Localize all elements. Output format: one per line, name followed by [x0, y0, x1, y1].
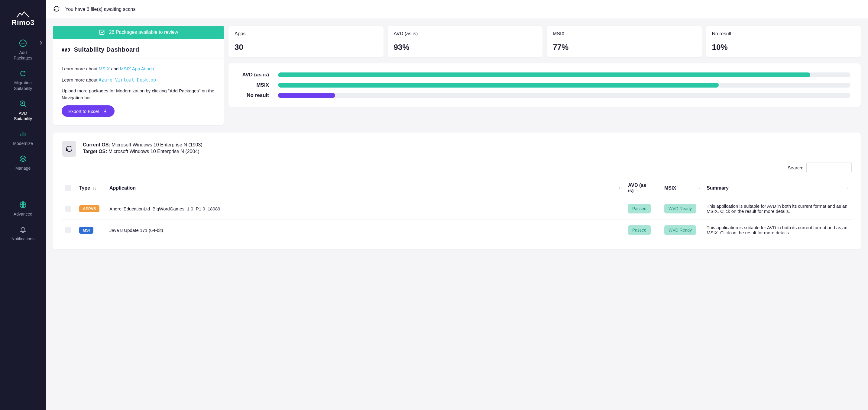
globe-icon	[19, 201, 27, 209]
sort-icon[interactable]: ↑↓	[636, 189, 640, 193]
notice-bar: You have 6 file(s) awaiting scans	[46, 0, 868, 19]
search-input[interactable]	[806, 162, 852, 173]
avd-badge[interactable]: Passed	[628, 204, 651, 213]
search-plus-icon	[19, 100, 27, 108]
stat-card: MSIX77%	[547, 26, 702, 57]
bar-fill	[278, 93, 335, 98]
row-checkbox[interactable]	[65, 227, 71, 233]
stat-label: Apps	[235, 31, 377, 37]
type-pill: MSI	[79, 227, 93, 234]
notice-text: You have 6 file(s) awaiting scans	[65, 7, 135, 12]
logo-mountain-icon	[16, 10, 30, 19]
stat-card: AVD (as is)93%	[388, 26, 543, 57]
stat-value: 10%	[712, 42, 855, 52]
app-name: Java 8 Update 171 (64-bit)	[106, 219, 625, 241]
stat-value: 93%	[394, 42, 537, 52]
azure-link[interactable]: Azure Virtual Desktop	[99, 77, 156, 83]
export-excel-button[interactable]: Export to Excel	[62, 105, 115, 117]
download-icon	[102, 108, 108, 114]
checkbox-icon	[99, 29, 105, 36]
nav-avd-suitability[interactable]: AVD Suitability	[0, 100, 46, 122]
search-label: Search:	[787, 165, 803, 170]
th-application: Application	[110, 185, 136, 191]
sidebar: Rimo3 Add Packages Migration Suitability	[0, 0, 46, 410]
nav-migration-suitability[interactable]: Migration Suitability	[0, 69, 46, 91]
stat-label: AVD (as is)	[394, 31, 537, 37]
stat-value: 77%	[553, 42, 696, 52]
nav-manage[interactable]: Manage	[0, 155, 46, 171]
sort-icon[interactable]: ↑↓	[697, 185, 701, 190]
svg-rect-3	[99, 30, 104, 35]
sort-icon[interactable]: ↑↓	[845, 185, 849, 190]
refresh-button[interactable]	[53, 5, 60, 13]
stat-cards: Apps30AVD (as is)93%MSIX77%No result10%	[228, 26, 861, 57]
stat-value: 30	[235, 42, 377, 52]
nav-notifications[interactable]: Notifications	[0, 225, 46, 242]
sort-icon[interactable]: ↑↓	[92, 186, 96, 191]
bars-card: AVD (as is)MSIXNo result	[228, 63, 861, 107]
os-info: Current OS: Microsoft Windows 10 Enterpr…	[83, 142, 203, 156]
msix-app-attach-link[interactable]: MSIX App Attach	[120, 66, 154, 71]
bar-label: No result	[239, 92, 269, 98]
msix-link[interactable]: MSIX	[99, 66, 110, 71]
bar-row: MSIX	[239, 82, 850, 88]
summary-text: This application is suitable for AVD in …	[704, 198, 852, 219]
table-panel: Current OS: Microsoft Windows 10 Enterpr…	[53, 133, 861, 249]
th-type: Type	[79, 185, 90, 191]
table-row: APPV5AndrellEducationLtd_BigWordGames_1.…	[62, 198, 852, 219]
row-checkbox[interactable]	[65, 206, 71, 212]
nav-add-packages[interactable]: Add Packages	[0, 39, 46, 61]
plus-circle-icon	[19, 39, 27, 47]
sort-icon[interactable]: ↑↓	[618, 185, 622, 190]
os-refresh-button[interactable]	[62, 141, 76, 157]
bar-track	[278, 83, 850, 88]
bell-icon	[19, 225, 27, 234]
review-banner-text: 26 Packages available to review	[109, 30, 178, 35]
bar-fill	[278, 83, 719, 88]
main: You have 6 file(s) awaiting scans 26 Pac…	[46, 0, 868, 410]
msix-badge[interactable]: WVD Ready	[664, 204, 696, 213]
nav: Add Packages Migration Suitability AVD S…	[0, 39, 46, 242]
layers-icon	[19, 155, 27, 163]
bar-label: AVD (as is)	[239, 72, 269, 78]
bar-fill	[278, 72, 810, 77]
brand-text: Rimo3	[11, 19, 34, 27]
stat-card: Apps30	[228, 26, 383, 57]
app-name: AndrellEducationLtd_BigWordGames_1.0_P1.…	[106, 198, 625, 219]
type-pill: APPV5	[79, 205, 99, 212]
msix-badge[interactable]: WVD Ready	[664, 225, 696, 235]
th-msix: MSIX	[664, 185, 676, 191]
bar-label: MSIX	[239, 82, 269, 88]
review-banner[interactable]: 26 Packages available to review	[53, 26, 224, 39]
bar-track	[278, 93, 850, 98]
select-all-checkbox[interactable]	[65, 185, 71, 191]
nav-advanced[interactable]: Advanced	[0, 201, 46, 217]
dashboard-title: AVD Suitability Dashboard	[62, 46, 215, 53]
dashboard-card: AVD Suitability Dashboard Learn more abo…	[53, 39, 224, 125]
summary-text: This application is suitable for AVD in …	[704, 219, 852, 241]
th-summary: Summary	[707, 185, 729, 191]
bar-row: AVD (as is)	[239, 72, 850, 78]
bar-chart-icon	[19, 130, 27, 138]
refresh-icon	[19, 69, 27, 78]
chevron-right-icon	[39, 41, 42, 46]
learn-msix-line: Learn more about MSIX and MSIX App Attac…	[62, 66, 215, 72]
stat-label: No result	[712, 31, 855, 37]
avd-badge[interactable]: Passed	[628, 225, 651, 235]
bar-row: No result	[239, 92, 850, 98]
brand-logo: Rimo3	[11, 10, 34, 27]
stat-label: MSIX	[553, 31, 696, 37]
upload-hint: Upload more packages for Modernization b…	[62, 88, 215, 101]
nav-modernize[interactable]: Modernize	[0, 130, 46, 146]
stat-card: No result10%	[706, 26, 861, 57]
bar-track	[278, 72, 850, 77]
table-row: MSIJava 8 Update 171 (64-bit)PassedWVD R…	[62, 219, 852, 241]
learn-azure-line: Learn more about Azure Virtual Desktop	[62, 77, 215, 83]
results-table: Type↑↓ Application↑↓ AVD (as is)↑↓ MSIX↑…	[62, 178, 852, 241]
